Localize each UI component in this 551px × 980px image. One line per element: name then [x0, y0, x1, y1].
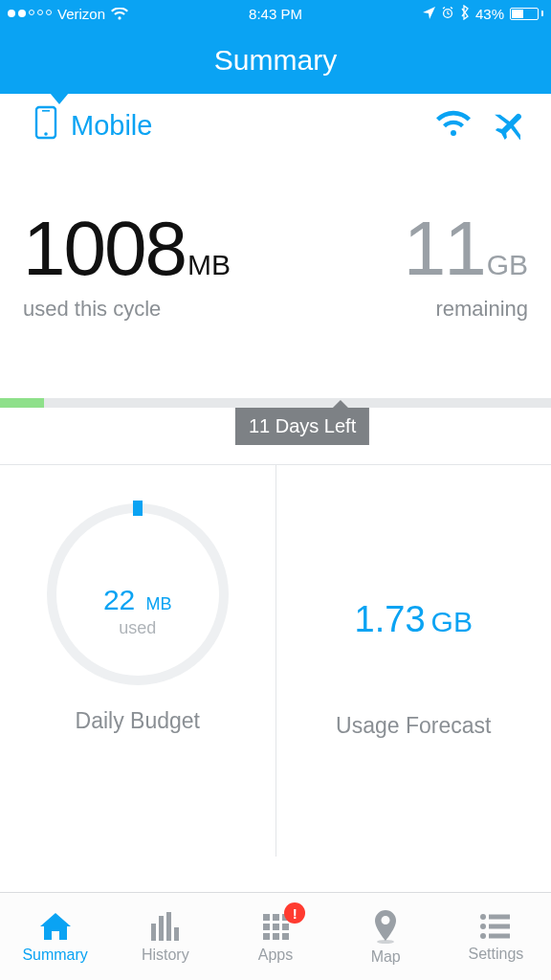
svg-rect-19: [489, 914, 510, 919]
svg-rect-16: [282, 933, 289, 940]
pin-icon: [371, 908, 400, 945]
home-icon: [37, 910, 74, 943]
battery-pct-label: 43%: [475, 6, 504, 22]
svg-rect-23: [489, 933, 510, 938]
daily-ring-icon: 22 MB used: [47, 503, 229, 685]
svg-rect-11: [263, 924, 270, 930]
apps-badge: !: [284, 902, 305, 924]
signal-dots-icon: [8, 10, 52, 17]
location-icon: [423, 6, 435, 22]
svg-rect-15: [273, 933, 279, 940]
daily-unit: MB: [146, 594, 172, 613]
used-caption: used this cycle: [23, 297, 231, 322]
source-bar: Mobile: [0, 94, 551, 157]
svg-rect-7: [174, 927, 179, 941]
tab-summary[interactable]: Summary: [0, 893, 110, 980]
page-title-bar: Summary: [0, 27, 551, 94]
svg-point-20: [480, 924, 486, 929]
remaining-caption: remaining: [404, 297, 528, 322]
days-left-pill: 11 Days Left: [235, 408, 369, 445]
forecast-value: 1.73: [355, 599, 426, 639]
carrier-label: Verizon: [57, 6, 105, 22]
battery-icon: [510, 8, 543, 20]
forecast-unit: GB: [431, 606, 473, 637]
tab-map[interactable]: Map: [331, 893, 441, 980]
ring-tick-icon: [133, 501, 143, 516]
active-tab-pointer-icon: [50, 93, 69, 104]
wifi-icon: [111, 8, 128, 20]
tab-history-label: History: [142, 947, 189, 964]
bluetooth-icon: [460, 5, 470, 23]
svg-rect-5: [159, 916, 164, 941]
cycle-progress: 11 Days Left: [0, 398, 551, 445]
remaining-value: 11: [404, 206, 485, 291]
tab-summary-label: Summary: [22, 947, 87, 964]
tab-mobile[interactable]: Mobile: [34, 105, 152, 146]
svg-rect-6: [166, 912, 171, 941]
svg-point-17: [377, 940, 394, 944]
svg-rect-12: [273, 924, 279, 930]
daily-used-label: used: [119, 618, 156, 638]
svg-rect-13: [282, 924, 289, 930]
forecast-title: Usage Forecast: [336, 713, 491, 739]
airplane-icon: [492, 107, 526, 140]
metric-cards: 22 MB used Daily Budget 1.73GB Usage For…: [0, 464, 551, 857]
svg-rect-4: [151, 924, 156, 941]
list-icon: [477, 911, 514, 942]
used-value: 1008: [23, 206, 186, 291]
used-unit: MB: [187, 249, 231, 280]
usage-panel: 1008MB used this cycle 11GB remaining: [0, 157, 551, 352]
tab-map-label: Map: [371, 948, 401, 966]
status-bar: Verizon 8:43 PM 43%: [0, 0, 551, 27]
tab-mobile-label: Mobile: [71, 110, 152, 142]
forecast-card[interactable]: 1.73GB Usage Forecast: [276, 465, 552, 857]
progress-track: [0, 398, 551, 408]
daily-budget-card[interactable]: 22 MB used Daily Budget: [0, 465, 276, 857]
svg-rect-14: [263, 933, 270, 940]
svg-rect-3: [42, 110, 50, 112]
tab-history[interactable]: History: [110, 893, 220, 980]
tab-wifi[interactable]: [436, 110, 471, 141]
progress-fill: [0, 398, 44, 408]
daily-value: 22: [103, 584, 135, 615]
svg-rect-9: [273, 914, 279, 921]
bars-icon: [147, 910, 184, 943]
mobile-device-icon: [34, 105, 57, 146]
alarm-icon: [441, 6, 454, 22]
svg-point-18: [480, 914, 486, 920]
wifi-large-icon: [436, 110, 471, 137]
page-title: Summary: [214, 44, 337, 77]
remaining-unit: GB: [487, 249, 528, 280]
svg-point-2: [44, 132, 48, 136]
bottom-tabbar: Summary History ! Apps Map Settings: [0, 892, 551, 980]
svg-rect-21: [489, 924, 510, 928]
clock-label: 8:43 PM: [249, 6, 302, 22]
tab-apps-label: Apps: [258, 947, 293, 964]
svg-rect-8: [263, 914, 270, 921]
tab-apps[interactable]: ! Apps: [220, 893, 330, 980]
status-right: 43%: [423, 5, 543, 23]
tab-roaming[interactable]: [492, 107, 526, 144]
tab-settings-label: Settings: [469, 946, 524, 963]
daily-title: Daily Budget: [76, 708, 200, 734]
svg-point-22: [480, 933, 486, 939]
tab-settings[interactable]: Settings: [441, 893, 551, 980]
status-left: Verizon: [8, 6, 128, 22]
